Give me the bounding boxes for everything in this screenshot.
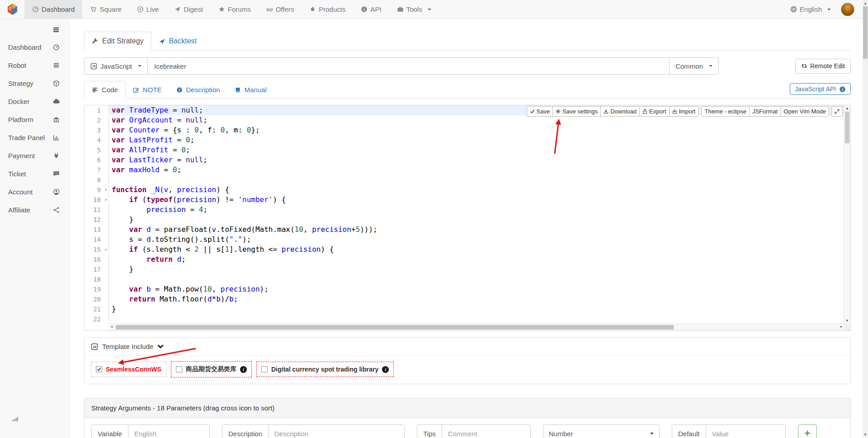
editor-vscrollbar[interactable]: ▲ ▼	[844, 105, 850, 324]
info-icon[interactable]: i	[382, 366, 389, 373]
code-line-3[interactable]: var Counter = {s : 0, f: 0, m: 0};	[109, 125, 844, 135]
code-line-18[interactable]	[109, 274, 844, 284]
fold-arrow-icon[interactable]: ▾	[105, 195, 107, 205]
template-include-header[interactable]: JS Template Include	[85, 338, 850, 356]
nav-item-tools[interactable]: Tools	[389, 0, 439, 19]
line-number-9: 9▾	[85, 185, 108, 195]
code-line-2[interactable]: var OrgAccount = null;	[109, 115, 844, 125]
scroll-down-icon[interactable]: ▼	[863, 433, 868, 437]
template-checkbox[interactable]	[176, 366, 182, 372]
template-chip-seamlessconnws[interactable]: SeamlessConnWS	[91, 362, 166, 377]
scroll-left-icon[interactable]: ◂	[111, 325, 113, 329]
template-chip-[interactable]: 商品期货交易类库i	[171, 361, 252, 377]
editor-hscroll-thumb[interactable]	[116, 325, 674, 330]
code-line-22[interactable]	[109, 314, 844, 324]
brand-logo[interactable]	[0, 0, 24, 19]
code-line-17[interactable]: }	[109, 264, 844, 274]
page-scrollbar[interactable]: ▲ ▼	[863, 0, 868, 438]
download-button[interactable]: Download	[600, 106, 640, 117]
page-scroll-thumb[interactable]	[863, 6, 868, 59]
code-line-20[interactable]: return Math.floor(d*b)/b;	[109, 294, 844, 304]
nav-item-live[interactable]: Live	[129, 0, 167, 19]
remote-edit-button[interactable]: Remote Edit	[795, 59, 851, 74]
code-line-10[interactable]: if (typeof(precision) != 'number') {	[109, 195, 844, 205]
sidebar-item-trade-panel[interactable]: Trade Panel	[0, 128, 69, 146]
code-line-14[interactable]: s = d.toString().split(".");	[109, 235, 844, 245]
language-select[interactable]: JS JavaScript	[84, 57, 148, 75]
param-default-input[interactable]	[706, 425, 785, 438]
code-line-8[interactable]	[109, 175, 844, 185]
export-button[interactable]: Export	[639, 106, 670, 117]
tab-backtest[interactable]: Backtest	[151, 32, 204, 50]
code-line-13[interactable]: var d = parseFloat(v.toFixed(Math.max(10…	[109, 225, 844, 235]
template-checkbox[interactable]	[261, 366, 268, 372]
sidebar-item-ticket[interactable]: Ticket	[0, 165, 69, 183]
wrench-icon	[92, 38, 99, 45]
save-settings-button[interactable]: Save settings	[552, 106, 601, 117]
fold-arrow-icon[interactable]: ▾	[105, 245, 107, 254]
tab-description[interactable]: Description	[169, 81, 227, 98]
code-line-4[interactable]: var LastProfit = 0;	[109, 135, 844, 145]
code-line-6[interactable]: var LastTicker = null;	[109, 155, 844, 165]
save-button[interactable]: Save	[527, 106, 553, 117]
sidebar-collapse-button[interactable]	[0, 19, 69, 38]
sidebar-item-strategy[interactable]: Strategy	[0, 74, 69, 92]
param-variable-input[interactable]	[128, 425, 209, 438]
fold-arrow-icon[interactable]: ▾	[105, 185, 107, 195]
language-menu[interactable]: English	[790, 5, 831, 13]
code-line-11[interactable]: precision = 4;	[109, 205, 844, 215]
param-type-select[interactable]: Number	[543, 424, 660, 438]
code-line-9[interactable]: function _N(v, precision) {	[109, 185, 844, 195]
line-number-15: 15▾	[85, 245, 108, 254]
scroll-up-icon[interactable]: ▲	[863, 1, 868, 5]
template-checkbox[interactable]	[96, 366, 102, 372]
nav-item-square[interactable]: Square	[82, 0, 129, 19]
param-description-input[interactable]	[269, 425, 404, 438]
code-line-5[interactable]: var AllProfit = 0;	[109, 145, 844, 155]
code-editor[interactable]: 123456789▾10▾1112131415▾1617181920212223…	[84, 105, 851, 331]
tab-code[interactable]: Code	[84, 81, 126, 99]
jsformat-button[interactable]: JSFormat	[749, 106, 781, 117]
tab-edit-strategy[interactable]: Edit Strategy	[84, 32, 151, 51]
nav-item-digest[interactable]: Digest	[166, 0, 211, 19]
scroll-up-icon[interactable]: ▲	[844, 106, 850, 110]
fullscreen-button[interactable]	[831, 106, 843, 117]
sidebar-item-dashboard[interactable]: Dashboard	[0, 38, 69, 56]
code-line-12[interactable]: }	[109, 215, 844, 225]
code-line-7[interactable]: var maxHold = 0;	[109, 165, 844, 175]
scope-select[interactable]: Common	[669, 57, 719, 75]
nav-item-dashboard[interactable]: Dashboard	[24, 0, 82, 19]
javascript-api-badge[interactable]: JavaScript API	[790, 83, 851, 95]
info-icon[interactable]: i	[240, 366, 247, 373]
open-vim-mode-button[interactable]: Open Vim Mode	[780, 106, 829, 117]
sidebar-item-affiliate[interactable]: Affiliate	[0, 201, 69, 219]
code-line-19[interactable]: var b = Math.pow(10, precision);	[109, 284, 844, 294]
sidebar-item-account[interactable]: Account	[0, 183, 69, 201]
tab-note[interactable]: NOTE	[126, 81, 169, 98]
nav-item-offers[interactable]: Offers	[259, 0, 302, 19]
sidebar-item-docker[interactable]: Docker	[0, 92, 69, 110]
tab-manual[interactable]: Manual	[227, 81, 274, 98]
param-tips-input[interactable]	[442, 425, 530, 438]
code-line-21[interactable]: }	[109, 304, 844, 314]
star-icon	[218, 6, 225, 13]
user-avatar[interactable]	[841, 3, 854, 16]
code-line-16[interactable]: return d;	[109, 254, 844, 264]
editor-code-area[interactable]: var TradeType = null;var OrgAccount = nu…	[109, 105, 844, 324]
sidebar-item-platform[interactable]: Platform	[0, 110, 69, 128]
theme-eclipse-button[interactable]: Theme - eclipse	[701, 106, 749, 117]
sidebar-item-robot[interactable]: Robot	[0, 56, 69, 74]
template-chip-digital-currency-spot-trading-library[interactable]: Digital currency spot trading libraryi	[256, 362, 394, 377]
editor-vscroll-thumb[interactable]	[845, 112, 849, 143]
sidebar-item-payment[interactable]: Payment	[0, 146, 69, 165]
nav-item-products[interactable]: Products	[302, 0, 353, 19]
scroll-right-icon[interactable]: ▸	[840, 325, 842, 329]
code-line-15[interactable]: if (s.length < 2 || s[1].length <= preci…	[109, 245, 844, 254]
strategy-name-input[interactable]	[147, 57, 670, 75]
editor-hscrollbar[interactable]: ◂ ▸	[109, 324, 844, 330]
nav-item-api[interactable]: API	[353, 0, 389, 19]
add-parameter-button[interactable]: +	[798, 424, 817, 438]
scroll-down-icon[interactable]: ▼	[844, 319, 850, 323]
nav-item-forums[interactable]: Forums	[211, 0, 259, 19]
import-button[interactable]: Import	[669, 106, 699, 117]
